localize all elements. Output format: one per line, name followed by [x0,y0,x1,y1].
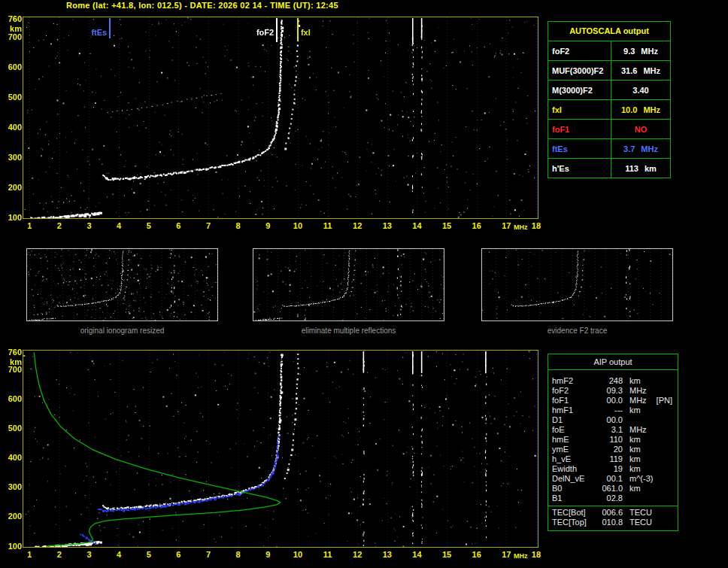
aip-row-name: foF2 [552,386,596,396]
thumbnail-caption: eliminate multiple reflections [253,327,444,335]
x-tick-label: 9 [261,222,275,230]
aip-row-value: 09.3 [596,386,623,396]
main-ionogram-plot-frame [23,17,538,219]
y-tick-label: 600 [2,395,22,403]
x-axis-unit-label: MHz [514,552,528,560]
autoscala-row-label: h'Es [548,159,611,178]
x-tick-label: 5 [142,222,156,230]
marker-label-foF2: foF2 [256,29,274,37]
x-tick-label: 12 [350,222,364,230]
aip-row-DelN_vE: DelN_vE00.1m^(-3) [552,474,674,484]
thumbnail-canvas [253,249,444,320]
aip-row-value: 00.0 [596,415,623,425]
aip-row-TEC[Bot]: TEC[Bot]006.6TECU [552,508,674,518]
autoscala-row-value: 113km [611,159,670,178]
x-tick-label: 14 [410,551,423,559]
autoscala-row-value: 9.3MHz [611,41,670,60]
x-tick-label: 15 [440,551,453,559]
aip-table-title: AIP output [548,354,678,370]
main-ionogram-canvas [23,17,538,218]
autoscala-row-ftEs: ftEs3.7MHz [548,139,670,159]
profile-ionogram-canvas [23,351,538,547]
autoscala-row-value: 3.40 [611,80,670,99]
x-tick-label: 10 [291,222,305,230]
profile-ionogram-plot-frame [23,350,538,548]
y-tick-label: 700 [2,366,22,374]
autoscala-row-foF1: foF1NO [548,120,670,139]
x-tick-label: 11 [321,222,335,230]
x-tick-label: 7 [202,551,215,559]
aip-row-value: 20 [596,445,623,454]
x-tick-label: 8 [232,222,245,230]
x-tick-label: 13 [381,222,394,230]
aip-row-unit: MHz [629,425,647,435]
x-tick-label: 10 [291,551,305,559]
x-axis-unit-label: MHz [514,223,528,232]
aip-row-value: 00.0 [596,396,623,405]
aip-row-unit: km [629,435,641,445]
autoscala-row-value: 3.7MHz [611,139,670,158]
y-tick-label: 760 [2,15,22,23]
x-tick-label: 1 [23,551,36,559]
x-tick-label: 5 [142,551,156,559]
aip-row-unit: km [629,484,641,494]
x-tick-label: 17 [499,551,513,559]
x-tick-label: 2 [53,222,66,230]
aip-row-B1: B102.8 [552,494,674,503]
thumbnail-caption: original ionogram resized [26,327,218,335]
autoscala-row-value: 31.6MHz [611,61,670,80]
autoscala-row-label: foF2 [548,41,611,60]
autoscala-table-title: AUTOSCALA output [548,22,670,41]
x-tick-label: 9 [261,551,275,559]
aip-row-unit: TECU [629,508,652,518]
aip-row-flag: [PN] [657,396,672,405]
x-tick-label: 4 [112,551,126,559]
autoscala-window: Rome (lat: +41.8, lon: 012.5) - DATE: 20… [0,0,728,568]
aip-row-unit: MHz [629,396,647,405]
aip-row-unit: TECU [629,518,652,527]
aip-row-B0: B0061.0km [552,484,674,494]
aip-row-value: 3.1 [596,425,623,435]
thumbnail-original-ionogram [26,248,218,321]
y-axis-unit-label: km [2,358,22,366]
aip-row-name: TEC[Bot] [552,508,596,518]
aip-row-TEC[Top]: TEC[Top]010.8TECU [552,518,674,527]
y-tick-label: 300 [2,483,22,491]
aip-row-value: 02.8 [596,494,623,503]
aip-row-name: B0 [552,484,596,494]
aip-row-unit: km [629,454,641,464]
x-tick-label: 16 [470,551,484,559]
aip-row-value: 00.1 [596,474,623,484]
y-tick-label: 200 [2,184,22,192]
aip-tec-rows: TEC[Bot]006.6TECUTEC[Top]010.8TECU [548,506,678,530]
aip-row-name: h_vE [552,454,596,464]
x-tick-label: 3 [82,222,96,230]
aip-row-name: foE [552,425,596,435]
thumbnail-f2-trace-evidence [481,248,673,321]
aip-row-Ewidth: Ewidth19km [552,464,674,474]
aip-row-name: foF1 [552,396,596,405]
x-tick-label: 2 [53,551,66,559]
aip-row-value: 110 [596,435,623,445]
aip-row-name: D1 [552,415,596,425]
page-title: Rome (lat: +41.8, lon: 012.5) - DATE: 20… [66,1,338,10]
autoscala-row-M(3000)F2: M(3000)F23.40 [548,80,670,100]
aip-row-value: 119 [596,454,623,464]
aip-row-ymE: ymE20km [552,445,674,454]
aip-row-unit: km [629,376,641,386]
y-tick-label: 500 [2,424,22,433]
autoscala-row-foF2: foF29.3MHz [548,41,670,61]
x-tick-label: 7 [202,222,215,230]
aip-row-value: 006.6 [596,508,623,518]
y-tick-label: 200 [2,512,22,521]
autoscala-row-label: fxI [548,100,611,119]
aip-row-name: hmF2 [552,376,596,386]
x-tick-label: 16 [470,222,484,230]
y-tick-label: 400 [2,123,22,132]
aip-row-value: 248 [596,376,623,386]
aip-row-hmE: hmE110km [552,435,674,445]
y-tick-label: 100 [2,214,22,222]
x-tick-label: 14 [410,222,423,230]
aip-row-name: B1 [552,494,596,503]
thumbnail-canvas [27,249,217,320]
